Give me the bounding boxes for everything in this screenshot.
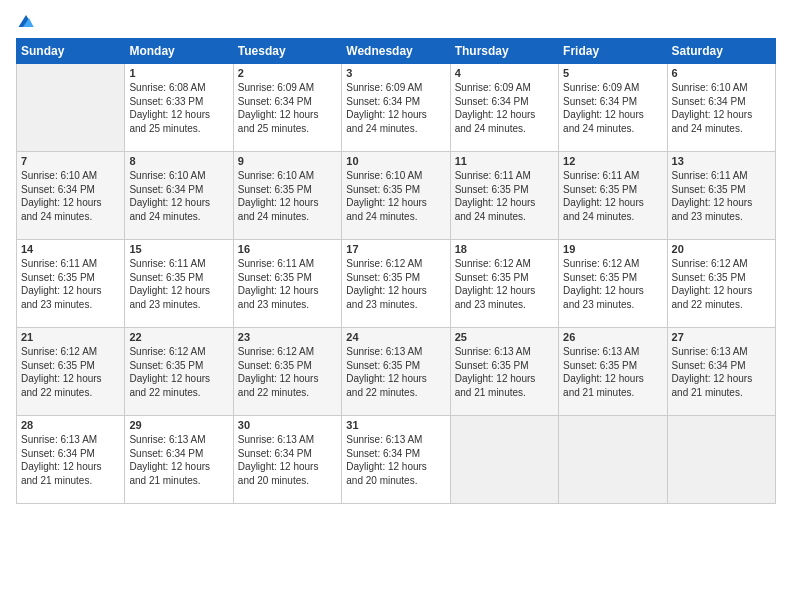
day-info: Sunrise: 6:10 AM Sunset: 6:34 PM Dayligh… — [129, 169, 228, 223]
day-info: Sunrise: 6:13 AM Sunset: 6:34 PM Dayligh… — [672, 345, 771, 399]
day-number: 14 — [21, 243, 120, 255]
calendar-day-header: Wednesday — [342, 39, 450, 64]
calendar-cell — [667, 416, 775, 504]
calendar-week-row: 7Sunrise: 6:10 AM Sunset: 6:34 PM Daylig… — [17, 152, 776, 240]
day-number: 12 — [563, 155, 662, 167]
day-number: 7 — [21, 155, 120, 167]
day-info: Sunrise: 6:12 AM Sunset: 6:35 PM Dayligh… — [672, 257, 771, 311]
calendar-cell: 16Sunrise: 6:11 AM Sunset: 6:35 PM Dayli… — [233, 240, 341, 328]
day-info: Sunrise: 6:11 AM Sunset: 6:35 PM Dayligh… — [672, 169, 771, 223]
calendar-day-header: Monday — [125, 39, 233, 64]
calendar-cell: 1Sunrise: 6:08 AM Sunset: 6:33 PM Daylig… — [125, 64, 233, 152]
calendar-cell — [450, 416, 558, 504]
calendar-cell: 29Sunrise: 6:13 AM Sunset: 6:34 PM Dayli… — [125, 416, 233, 504]
calendar-cell: 3Sunrise: 6:09 AM Sunset: 6:34 PM Daylig… — [342, 64, 450, 152]
calendar-cell: 4Sunrise: 6:09 AM Sunset: 6:34 PM Daylig… — [450, 64, 558, 152]
day-number: 24 — [346, 331, 445, 343]
calendar-cell: 14Sunrise: 6:11 AM Sunset: 6:35 PM Dayli… — [17, 240, 125, 328]
logo — [16, 12, 37, 30]
day-info: Sunrise: 6:10 AM Sunset: 6:34 PM Dayligh… — [21, 169, 120, 223]
day-number: 1 — [129, 67, 228, 79]
calendar-cell: 12Sunrise: 6:11 AM Sunset: 6:35 PM Dayli… — [559, 152, 667, 240]
calendar-cell: 17Sunrise: 6:12 AM Sunset: 6:35 PM Dayli… — [342, 240, 450, 328]
day-info: Sunrise: 6:09 AM Sunset: 6:34 PM Dayligh… — [238, 81, 337, 135]
day-info: Sunrise: 6:13 AM Sunset: 6:35 PM Dayligh… — [346, 345, 445, 399]
day-info: Sunrise: 6:09 AM Sunset: 6:34 PM Dayligh… — [455, 81, 554, 135]
calendar-cell: 30Sunrise: 6:13 AM Sunset: 6:34 PM Dayli… — [233, 416, 341, 504]
day-info: Sunrise: 6:12 AM Sunset: 6:35 PM Dayligh… — [455, 257, 554, 311]
calendar-cell: 21Sunrise: 6:12 AM Sunset: 6:35 PM Dayli… — [17, 328, 125, 416]
day-number: 8 — [129, 155, 228, 167]
day-info: Sunrise: 6:12 AM Sunset: 6:35 PM Dayligh… — [563, 257, 662, 311]
day-number: 20 — [672, 243, 771, 255]
calendar-cell: 18Sunrise: 6:12 AM Sunset: 6:35 PM Dayli… — [450, 240, 558, 328]
day-info: Sunrise: 6:12 AM Sunset: 6:35 PM Dayligh… — [238, 345, 337, 399]
day-number: 6 — [672, 67, 771, 79]
calendar-cell: 19Sunrise: 6:12 AM Sunset: 6:35 PM Dayli… — [559, 240, 667, 328]
calendar-table: SundayMondayTuesdayWednesdayThursdayFrid… — [16, 38, 776, 504]
day-info: Sunrise: 6:11 AM Sunset: 6:35 PM Dayligh… — [238, 257, 337, 311]
day-number: 11 — [455, 155, 554, 167]
calendar-cell: 15Sunrise: 6:11 AM Sunset: 6:35 PM Dayli… — [125, 240, 233, 328]
day-info: Sunrise: 6:09 AM Sunset: 6:34 PM Dayligh… — [563, 81, 662, 135]
calendar-cell: 11Sunrise: 6:11 AM Sunset: 6:35 PM Dayli… — [450, 152, 558, 240]
day-info: Sunrise: 6:13 AM Sunset: 6:34 PM Dayligh… — [238, 433, 337, 487]
day-number: 21 — [21, 331, 120, 343]
day-info: Sunrise: 6:09 AM Sunset: 6:34 PM Dayligh… — [346, 81, 445, 135]
day-number: 18 — [455, 243, 554, 255]
calendar-week-row: 28Sunrise: 6:13 AM Sunset: 6:34 PM Dayli… — [17, 416, 776, 504]
day-info: Sunrise: 6:10 AM Sunset: 6:34 PM Dayligh… — [672, 81, 771, 135]
calendar-cell: 13Sunrise: 6:11 AM Sunset: 6:35 PM Dayli… — [667, 152, 775, 240]
day-info: Sunrise: 6:12 AM Sunset: 6:35 PM Dayligh… — [346, 257, 445, 311]
day-number: 13 — [672, 155, 771, 167]
page: SundayMondayTuesdayWednesdayThursdayFrid… — [0, 0, 792, 612]
day-info: Sunrise: 6:11 AM Sunset: 6:35 PM Dayligh… — [563, 169, 662, 223]
day-info: Sunrise: 6:13 AM Sunset: 6:34 PM Dayligh… — [129, 433, 228, 487]
logo-icon — [17, 12, 35, 30]
calendar-cell: 25Sunrise: 6:13 AM Sunset: 6:35 PM Dayli… — [450, 328, 558, 416]
day-number: 23 — [238, 331, 337, 343]
day-info: Sunrise: 6:12 AM Sunset: 6:35 PM Dayligh… — [129, 345, 228, 399]
calendar-week-row: 1Sunrise: 6:08 AM Sunset: 6:33 PM Daylig… — [17, 64, 776, 152]
day-number: 10 — [346, 155, 445, 167]
calendar-day-header: Thursday — [450, 39, 558, 64]
day-info: Sunrise: 6:12 AM Sunset: 6:35 PM Dayligh… — [21, 345, 120, 399]
calendar-cell: 5Sunrise: 6:09 AM Sunset: 6:34 PM Daylig… — [559, 64, 667, 152]
day-info: Sunrise: 6:11 AM Sunset: 6:35 PM Dayligh… — [129, 257, 228, 311]
calendar-header-row: SundayMondayTuesdayWednesdayThursdayFrid… — [17, 39, 776, 64]
day-info: Sunrise: 6:13 AM Sunset: 6:34 PM Dayligh… — [21, 433, 120, 487]
day-info: Sunrise: 6:13 AM Sunset: 6:34 PM Dayligh… — [346, 433, 445, 487]
day-number: 27 — [672, 331, 771, 343]
calendar-day-header: Sunday — [17, 39, 125, 64]
day-number: 3 — [346, 67, 445, 79]
calendar-cell: 24Sunrise: 6:13 AM Sunset: 6:35 PM Dayli… — [342, 328, 450, 416]
calendar-cell: 31Sunrise: 6:13 AM Sunset: 6:34 PM Dayli… — [342, 416, 450, 504]
day-info: Sunrise: 6:08 AM Sunset: 6:33 PM Dayligh… — [129, 81, 228, 135]
calendar-cell: 10Sunrise: 6:10 AM Sunset: 6:35 PM Dayli… — [342, 152, 450, 240]
calendar-cell: 26Sunrise: 6:13 AM Sunset: 6:35 PM Dayli… — [559, 328, 667, 416]
calendar-day-header: Saturday — [667, 39, 775, 64]
calendar-cell: 28Sunrise: 6:13 AM Sunset: 6:34 PM Dayli… — [17, 416, 125, 504]
calendar-cell: 9Sunrise: 6:10 AM Sunset: 6:35 PM Daylig… — [233, 152, 341, 240]
day-number: 30 — [238, 419, 337, 431]
day-info: Sunrise: 6:10 AM Sunset: 6:35 PM Dayligh… — [238, 169, 337, 223]
day-info: Sunrise: 6:11 AM Sunset: 6:35 PM Dayligh… — [455, 169, 554, 223]
calendar-week-row: 14Sunrise: 6:11 AM Sunset: 6:35 PM Dayli… — [17, 240, 776, 328]
day-number: 5 — [563, 67, 662, 79]
day-number: 29 — [129, 419, 228, 431]
day-info: Sunrise: 6:13 AM Sunset: 6:35 PM Dayligh… — [563, 345, 662, 399]
calendar-cell: 22Sunrise: 6:12 AM Sunset: 6:35 PM Dayli… — [125, 328, 233, 416]
day-info: Sunrise: 6:11 AM Sunset: 6:35 PM Dayligh… — [21, 257, 120, 311]
calendar-cell: 27Sunrise: 6:13 AM Sunset: 6:34 PM Dayli… — [667, 328, 775, 416]
calendar-cell: 23Sunrise: 6:12 AM Sunset: 6:35 PM Dayli… — [233, 328, 341, 416]
calendar-cell: 20Sunrise: 6:12 AM Sunset: 6:35 PM Dayli… — [667, 240, 775, 328]
day-number: 2 — [238, 67, 337, 79]
calendar-cell — [17, 64, 125, 152]
day-number: 9 — [238, 155, 337, 167]
calendar-week-row: 21Sunrise: 6:12 AM Sunset: 6:35 PM Dayli… — [17, 328, 776, 416]
calendar-cell: 8Sunrise: 6:10 AM Sunset: 6:34 PM Daylig… — [125, 152, 233, 240]
day-number: 31 — [346, 419, 445, 431]
calendar-cell: 7Sunrise: 6:10 AM Sunset: 6:34 PM Daylig… — [17, 152, 125, 240]
day-info: Sunrise: 6:13 AM Sunset: 6:35 PM Dayligh… — [455, 345, 554, 399]
day-number: 16 — [238, 243, 337, 255]
